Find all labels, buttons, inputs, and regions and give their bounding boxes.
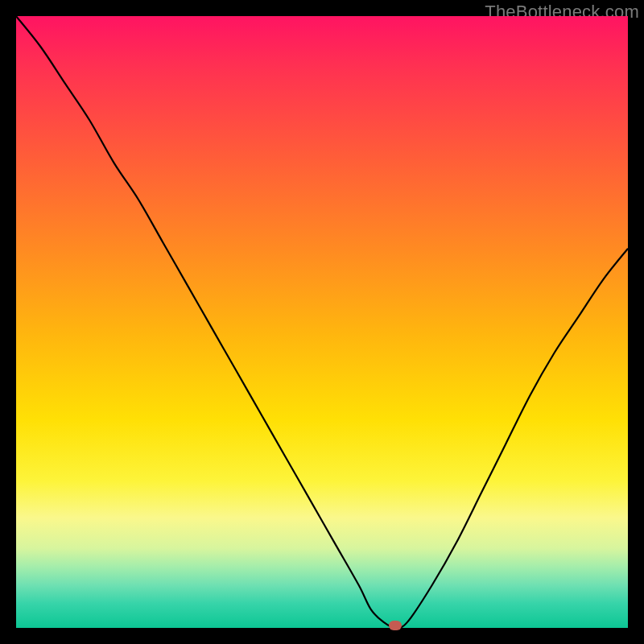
chart-frame: TheBottleneck.com	[0, 0, 644, 644]
curve-svg	[16, 16, 628, 628]
bottleneck-curve	[16, 16, 628, 628]
min-marker	[389, 621, 402, 630]
plot-area	[16, 16, 628, 628]
